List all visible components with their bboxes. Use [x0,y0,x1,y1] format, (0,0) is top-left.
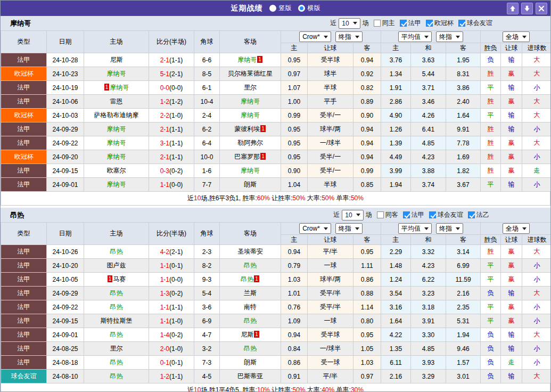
home-team-cell: 摩纳哥 [84,150,149,164]
summary-part: 近 [187,194,194,202]
handicap-cell: 球半/两 [308,273,353,287]
odds-source-select[interactable]: Crow* [299,31,331,42]
avg-away-cell: 11.59 [446,273,481,287]
league-filter-checkbox-0[interactable]: 法甲 [400,19,421,28]
avg-draw-cell: 3.46 [411,95,446,109]
sub-header-2: 客 [353,235,381,245]
match-row: 欧冠杯24-10-03萨格勒布迪纳摩2-2(1-0)2-4摩纳哥0.99受半/一… [1,109,551,123]
chevron-down-icon [324,227,328,230]
handicap-cell: 一球 [308,314,353,328]
avg-draw-cell: 3.18 [411,300,446,314]
result-label: 赢 [508,303,515,311]
league-filter-checkbox-1[interactable]: 欧冠杯 [426,19,454,28]
league-filter-checkbox-1[interactable]: 球会友谊 [429,210,463,219]
date-cell: 24-10-19 [47,81,84,95]
halftime-score: (1-2) [169,98,183,105]
corner-cell: 4-5 [194,370,220,383]
team-label: 摩纳哥 [110,84,129,91]
odds-source-select[interactable]: Crow* [299,223,331,234]
halftime-score: (1-0) [169,112,183,119]
section-summary: 近10场,胜1平4负5, 胜率:10% 让胜率:50% 大率:40% 单率:30… [1,383,550,392]
team-label: 昂热 [244,317,257,324]
sub-header-0: 主 [281,235,308,245]
section-controlbar: 摩纳哥近10场同主法甲欧冠杯球会友谊 [1,16,550,30]
halftime-score: (1-1) [169,126,183,133]
date-cell: 24-09-20 [47,150,84,164]
fulltime-select[interactable]: 全场 [503,223,530,234]
sub-header-3: 主 [381,43,411,53]
games-count-select[interactable]: 10 [339,18,360,29]
same-venue-checkbox[interactable]: 同客 [377,210,398,219]
league-cell: 法甲 [1,81,47,95]
league-filter-checkbox-0[interactable]: 法甲 [403,210,424,219]
sub-header-1: 让球 [308,43,353,53]
close-button[interactable] [536,3,547,14]
fulltime-score: 1-1 [160,262,169,270]
summary-part: 场,胜6平3负1, 胜率: [201,194,257,202]
same-venue-label: 同主 [382,19,395,28]
col-header-5: 客场 [220,31,281,53]
red-card-badge: 1 [257,56,262,63]
match-row: 法甲24-09-01昂热1-4(0-2)4-7尼斯10.94受半球0.954.2… [1,328,551,342]
move-down-button[interactable] [521,3,533,14]
result-label: 小 [534,345,540,352]
titlebar: 近期战绩 竖版 横版 [1,1,550,16]
league-filter-checkbox-2[interactable]: 球会友谊 [458,19,492,28]
col-header-2: 主场 [84,31,149,53]
halftime-score: (1-1) [169,140,183,147]
result-goals-cell: 大 [522,67,551,81]
summary-part: 10 [194,386,201,392]
result-label: 负 [488,56,494,63]
match-row: 法甲24-09-15斯特拉斯堡1-1(1-0)6-9昂热1.09一球0.801.… [1,314,551,328]
col-header-0: 类型 [1,31,47,53]
away-team-cell: 摩纳哥1 [220,53,281,67]
result-wdl-cell: 胜 [481,123,501,136]
avg-draw-cell: 3.91 [411,314,446,328]
result-wdl-cell: 平 [481,109,501,123]
avg-away-cell: 6.99 [446,259,481,273]
result-label: 大 [534,56,540,63]
final-odds-select[interactable]: 终指 [335,31,363,42]
fulltime-select[interactable]: 全场 [503,31,530,42]
same-venue-checkbox[interactable]: 同主 [374,19,395,28]
result-label: 大 [534,139,540,146]
corner-cell: 3-2 [194,342,220,356]
league-cell: 法甲 [1,95,47,109]
team-label: 昂热 [110,358,123,366]
average-odds-select[interactable]: 平均值 [398,31,432,42]
result-handicap-cell: 赢 [501,164,522,178]
result-label: 输 [508,345,515,352]
final-avg-select[interactable]: 终指 [436,223,463,234]
away-odds-cell: 1.03 [353,356,381,370]
games-count-select[interactable]: 10 [342,210,363,220]
result-label: 平 [488,317,494,324]
avg-away-cell: 9.91 [446,123,481,136]
result-wdl-cell: 负 [481,356,501,370]
team-label: 摩纳哥 [107,181,126,188]
result-label: 胜 [488,153,494,160]
match-row: 球会友谊24-08-10昂热1-2(1-1)4-5巴斯蒂亚0.91平/半0.97… [1,370,551,383]
final-odds-select[interactable]: 终指 [335,223,363,234]
corner-cell: 6-2 [194,123,220,136]
match-row: 欧冠杯24-10-23摩纳哥5-1(2-1)8-5贝尔格莱德红星0.97球半0.… [1,67,551,81]
avg-draw-cell: 3.93 [411,356,446,370]
dropdown-group: Crow*终指 [281,31,381,42]
final-avg-select[interactable]: 终指 [436,31,463,42]
team-label: 昂热 [244,262,257,269]
corner-cell: 6-9 [194,314,220,328]
move-up-button[interactable] [507,3,519,14]
league-filter-checkbox-2[interactable]: 法乙 [468,210,489,219]
result-handicap-cell: 赢 [501,314,522,328]
layout-radio-vertical[interactable]: 竖版 [269,4,292,13]
away-team-cell: 南特 [220,300,281,314]
result-label: 输 [508,181,515,188]
handicap-cell: 受平/半 [308,300,353,314]
layout-radio-horizontal[interactable]: 横版 [298,4,320,13]
away-team-cell: 昂热 [220,342,281,356]
avg-home-cell: 3.16 [381,300,411,314]
away-team-cell: 昂热 [220,259,281,273]
average-odds-select[interactable]: 平均值 [398,223,432,234]
date-cell: 24-09-22 [47,300,84,314]
filter-cluster: 近10场同客法甲球会友谊法乙 [333,210,489,220]
result-wdl-cell: 平 [481,300,501,314]
